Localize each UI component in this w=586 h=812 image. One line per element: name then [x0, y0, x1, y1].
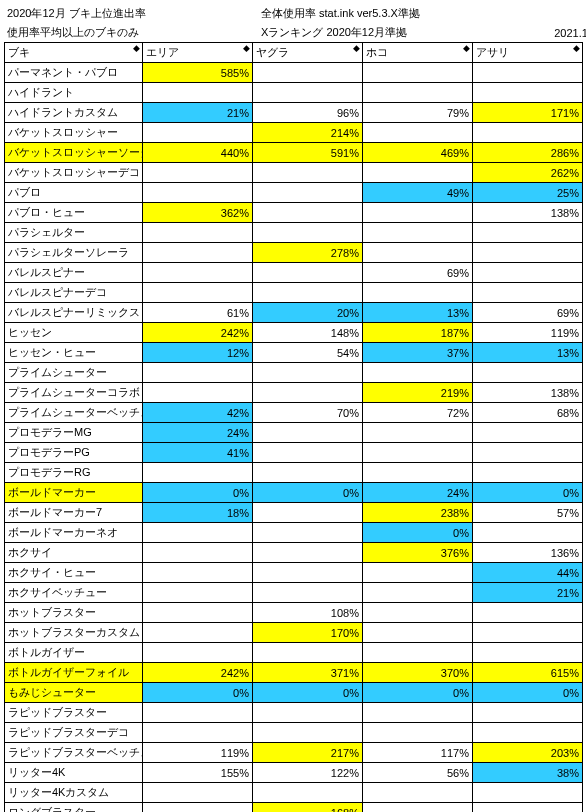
- table-row: パブロ・ヒュー362%138%: [5, 203, 583, 223]
- value-cell: [473, 83, 583, 103]
- col-header-area[interactable]: エリア◆: [143, 43, 253, 63]
- value-cell: 136%: [473, 543, 583, 563]
- sort-icon[interactable]: ◆: [463, 44, 470, 53]
- value-cell: 54%: [253, 343, 363, 363]
- value-cell: [363, 203, 473, 223]
- value-cell: [253, 503, 363, 523]
- table-row: プロモデラーRG: [5, 463, 583, 483]
- value-cell: [473, 783, 583, 803]
- value-cell: [473, 723, 583, 743]
- value-cell: 370%: [363, 663, 473, 683]
- value-cell: [473, 603, 583, 623]
- value-cell: [473, 123, 583, 143]
- weapon-name-cell: プロモデラーPG: [5, 443, 143, 463]
- value-cell: 168%: [253, 803, 363, 813]
- value-cell: 57%: [473, 503, 583, 523]
- table-row: もみじシューター0%0%0%0%: [5, 683, 583, 703]
- value-cell: 0%: [363, 523, 473, 543]
- table-row: ボールドマーカー718%238%57%: [5, 503, 583, 523]
- value-cell: [253, 783, 363, 803]
- value-cell: [363, 723, 473, 743]
- col-header-weapon[interactable]: ブキ◆: [5, 43, 143, 63]
- value-cell: 0%: [253, 483, 363, 503]
- value-cell: 72%: [363, 403, 473, 423]
- table-row: ハイドラントカスタム21%96%79%171%: [5, 103, 583, 123]
- table-row: パラシェルターソレーラ278%: [5, 243, 583, 263]
- value-cell: [363, 163, 473, 183]
- weapon-name-cell: ボトルガイザーフォイル: [5, 663, 143, 683]
- value-cell: 469%: [363, 143, 473, 163]
- value-cell: [473, 803, 583, 813]
- value-cell: [363, 443, 473, 463]
- sort-icon[interactable]: ◆: [133, 44, 140, 53]
- value-cell: [363, 223, 473, 243]
- table-row: パブロ49%25%: [5, 183, 583, 203]
- weapon-name-cell: プライムシューターベッチュー: [5, 403, 143, 423]
- value-cell: 117%: [363, 743, 473, 763]
- meta-line1-mid: 全体使用率 stat.ink ver5.3.X準拠: [258, 4, 484, 23]
- value-cell: [363, 643, 473, 663]
- value-cell: 20%: [253, 303, 363, 323]
- value-cell: [143, 583, 253, 603]
- value-cell: 0%: [473, 483, 583, 503]
- weapon-name-cell: パラシェルター: [5, 223, 143, 243]
- value-cell: 61%: [143, 303, 253, 323]
- weapon-name-cell: ラピッドブラスターベッチュー: [5, 743, 143, 763]
- table-row: パラシェルター: [5, 223, 583, 243]
- value-cell: [253, 523, 363, 543]
- table-row: ホットブラスターカスタム170%: [5, 623, 583, 643]
- value-cell: [363, 123, 473, 143]
- value-cell: [473, 263, 583, 283]
- sort-icon[interactable]: ◆: [243, 44, 250, 53]
- col-header-hoko[interactable]: ホコ◆: [363, 43, 473, 63]
- value-cell: 440%: [143, 143, 253, 163]
- value-cell: [253, 463, 363, 483]
- value-cell: 148%: [253, 323, 363, 343]
- value-cell: 138%: [473, 203, 583, 223]
- value-cell: [143, 543, 253, 563]
- value-cell: 37%: [363, 343, 473, 363]
- value-cell: [253, 423, 363, 443]
- value-cell: [253, 163, 363, 183]
- value-cell: 138%: [473, 383, 583, 403]
- sort-icon[interactable]: ◆: [573, 44, 580, 53]
- value-cell: 238%: [363, 503, 473, 523]
- value-cell: [143, 123, 253, 143]
- value-cell: [253, 183, 363, 203]
- value-cell: [473, 63, 583, 83]
- table-row: ヒッセン242%148%187%119%: [5, 323, 583, 343]
- table-row: ラピッドブラスター: [5, 703, 583, 723]
- value-cell: [143, 223, 253, 243]
- value-cell: [143, 283, 253, 303]
- sort-icon[interactable]: ◆: [353, 44, 360, 53]
- table-row: プロモデラーMG24%: [5, 423, 583, 443]
- weapon-name-cell: ラピッドブラスター: [5, 703, 143, 723]
- value-cell: 21%: [473, 583, 583, 603]
- value-cell: [143, 803, 253, 813]
- table-row: ホクサイ・ヒュー44%: [5, 563, 583, 583]
- weapon-name-cell: ハイドラント: [5, 83, 143, 103]
- value-cell: [143, 243, 253, 263]
- weapon-name-cell: バレルスピナーデコ: [5, 283, 143, 303]
- value-cell: [363, 583, 473, 603]
- weapon-name-cell: ヒッセン・ヒュー: [5, 343, 143, 363]
- table-row: プロモデラーPG41%: [5, 443, 583, 463]
- value-cell: [473, 363, 583, 383]
- col-header-asari[interactable]: アサリ◆: [473, 43, 583, 63]
- value-cell: [473, 243, 583, 263]
- value-cell: [143, 183, 253, 203]
- value-cell: 155%: [143, 763, 253, 783]
- col-header-yagura[interactable]: ヤグラ◆: [253, 43, 363, 63]
- value-cell: 219%: [363, 383, 473, 403]
- value-cell: 242%: [143, 663, 253, 683]
- value-cell: [363, 563, 473, 583]
- value-cell: [143, 383, 253, 403]
- value-cell: [473, 223, 583, 243]
- value-cell: 262%: [473, 163, 583, 183]
- value-cell: [363, 703, 473, 723]
- weapon-name-cell: プライムシューター: [5, 363, 143, 383]
- weapon-name-cell: ボールドマーカー7: [5, 503, 143, 523]
- weapon-name-cell: ホクサイ: [5, 543, 143, 563]
- table-row: バレルスピナーデコ: [5, 283, 583, 303]
- value-cell: [363, 63, 473, 83]
